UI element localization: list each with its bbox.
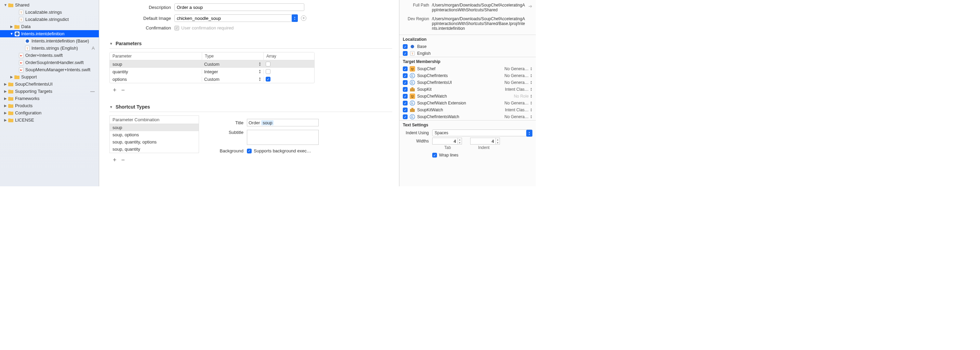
target-row[interactable]: ✓ E SoupChefIntentsUI No Genera…▲▼ [399, 79, 536, 86]
shortcut-types-section-header[interactable]: ▼Shortcut Types [110, 104, 392, 110]
nav-group[interactable]: ▶ Configuration [0, 109, 99, 117]
description-input[interactable] [174, 3, 304, 11]
nav-group[interactable]: ▶ Frameworks [0, 95, 99, 102]
subtitle-input[interactable] [247, 130, 319, 145]
target-row[interactable]: ✓ E SoupChefIntentsWatch No Genera…▲▼ [399, 113, 536, 120]
default-image-select[interactable] [174, 14, 298, 22]
table-row[interactable]: soup, options [110, 131, 199, 138]
localization-row[interactable]: ✓ Base [399, 43, 536, 50]
disclosure-triangle-icon[interactable]: ▶ [3, 89, 8, 93]
target-checkbox[interactable]: ✓ [403, 114, 407, 119]
nav-group[interactable]: ▶ Support [0, 73, 99, 80]
chevron-updown-icon[interactable] [526, 130, 532, 137]
target-role-select[interactable]: Intent Clas…▲▼ [505, 107, 532, 112]
disclosure-triangle-icon[interactable]: ▼ [110, 42, 113, 46]
add-image-button[interactable]: + [301, 15, 306, 21]
indent-width-input[interactable] [470, 137, 496, 144]
chevron-updown-icon[interactable] [292, 14, 298, 22]
title-input[interactable]: Order soup [247, 119, 319, 126]
target-role-select[interactable]: No Genera…▲▼ [504, 80, 532, 85]
parameters-section-header[interactable]: ▼Parameters [110, 41, 392, 46]
target-checkbox[interactable]: ✓ [403, 107, 407, 112]
localization-checkbox[interactable]: ✓ [403, 51, 407, 56]
param-type[interactable]: Integer▲▼ [202, 69, 264, 74]
target-checkbox[interactable]: ✓ [403, 80, 407, 85]
nav-file-intentdefinition[interactable]: ▼ Intents.intentdefinition [0, 30, 99, 37]
title-token[interactable]: soup [261, 120, 274, 125]
table-row[interactable]: soup Custom▲▼ [110, 60, 314, 68]
table-row[interactable]: quantity Integer▲▼ [110, 68, 314, 75]
nav-file[interactable]: T Localizable.stringsdict [0, 16, 99, 23]
array-checkbox[interactable]: ✓ [266, 77, 270, 82]
target-role-select[interactable]: No Genera…▲▼ [504, 101, 532, 105]
stepper-icon[interactable]: ▲▼ [458, 137, 462, 144]
target-checkbox[interactable]: ✓ [403, 73, 407, 78]
target-row[interactable]: ✓ SoupKitWatch Intent Clas…▲▼ [399, 107, 536, 113]
disclosure-triangle-icon[interactable]: ▶ [3, 118, 8, 122]
target-role-select[interactable]: No Role▲▼ [514, 94, 532, 99]
table-row[interactable]: options Custom▲▼ ✓ [110, 75, 314, 83]
param-type[interactable]: Custom▲▼ [202, 62, 264, 67]
nav-group[interactable]: ▶ Products [0, 102, 99, 109]
chevron-updown-icon[interactable]: ▲▼ [259, 69, 261, 74]
param-name[interactable]: soup [110, 62, 202, 67]
stepper-icon[interactable]: ▲▼ [496, 137, 500, 144]
localization-row[interactable]: ✓ T English [399, 50, 536, 57]
chevron-updown-icon[interactable]: ▲▼ [259, 62, 261, 66]
nav-group-shared[interactable]: ▼ Shared [0, 2, 99, 8]
nav-file[interactable]: T Intents.strings (English) A [0, 45, 99, 52]
wrap-lines-checkbox[interactable]: ✓ [432, 153, 437, 158]
nav-file[interactable]: SoupMenuManager+Intents.swift [0, 66, 99, 73]
table-row[interactable]: soup [110, 124, 199, 131]
nav-group[interactable]: ▶ SoupChefIntentsUI [0, 80, 99, 88]
add-combination-button[interactable]: + [113, 157, 116, 164]
array-checkbox[interactable] [266, 69, 270, 74]
confirmation-checkbox[interactable]: ✓ [174, 26, 179, 30]
disclosure-triangle-icon[interactable]: ▶ [3, 82, 8, 86]
target-row[interactable]: ✓ E SoupChefIntents No Genera…▲▼ [399, 72, 536, 79]
disclosure-triangle-icon[interactable]: ▼ [3, 3, 8, 7]
disclosure-triangle-icon[interactable]: ▼ [10, 32, 14, 36]
remove-parameter-button[interactable]: − [121, 87, 125, 94]
table-row[interactable]: soup, quantity [110, 145, 199, 153]
target-role-select[interactable]: Intent Clas…▲▼ [505, 87, 532, 92]
add-parameter-button[interactable]: + [113, 87, 116, 94]
localization-checkbox[interactable]: ✓ [403, 44, 407, 49]
target-row[interactable]: ✓ SoupKit Intent Clas…▲▼ [399, 86, 536, 93]
project-navigator[interactable]: ▼ Shared T Localizable.strings T Localiz… [0, 0, 99, 186]
target-checkbox[interactable]: ✓ [403, 87, 407, 92]
disclosure-triangle-icon[interactable]: ▶ [10, 25, 14, 29]
array-checkbox[interactable] [266, 62, 270, 66]
nav-file[interactable]: T Localizable.strings [0, 8, 99, 16]
target-role-select[interactable]: No Genera…▲▼ [504, 66, 532, 71]
param-name[interactable]: options [110, 77, 202, 82]
nav-group-data[interactable]: ▶ Data [0, 23, 99, 30]
target-row[interactable]: ✓ SoupChef No Genera…▲▼ [399, 66, 536, 72]
nav-group[interactable]: ▶ LICENSE [0, 117, 99, 124]
target-checkbox[interactable]: ✓ [403, 94, 407, 99]
nav-file[interactable]: Order+Intents.swift [0, 52, 99, 59]
nav-group[interactable]: ▶ Supporting Targets — [0, 88, 99, 95]
nav-file[interactable]: Intents.intentdefinition (Base) [0, 37, 99, 45]
target-role-select[interactable]: No Genera…▲▼ [504, 73, 532, 78]
chevron-updown-icon[interactable]: ▲▼ [259, 77, 261, 82]
table-row[interactable]: soup, quantity, options [110, 138, 199, 145]
target-row[interactable]: ✓ SoupChefWatch No Role▲▼ [399, 93, 536, 100]
param-name[interactable]: quantity [110, 69, 202, 74]
target-role-select[interactable]: No Genera…▲▼ [504, 114, 532, 119]
remove-combination-button[interactable]: − [121, 157, 125, 164]
target-checkbox[interactable]: ✓ [403, 101, 407, 105]
remove-icon[interactable]: — [90, 89, 95, 94]
target-checkbox[interactable]: ✓ [403, 66, 407, 71]
disclosure-triangle-icon[interactable]: ▶ [3, 104, 8, 107]
indent-using-select[interactable]: Spaces [432, 129, 532, 136]
nav-file[interactable]: OrderSoupIntentHandler.swift [0, 59, 99, 66]
reveal-arrow-icon[interactable]: ➔ [528, 3, 532, 9]
target-row[interactable]: ✓ E SoupChefWatch Extension No Genera…▲▼ [399, 100, 536, 107]
disclosure-triangle-icon[interactable]: ▶ [3, 97, 8, 100]
tab-width-input[interactable] [432, 137, 458, 144]
background-checkbox[interactable]: ✓ [247, 149, 252, 153]
disclosure-triangle-icon[interactable]: ▶ [3, 111, 8, 115]
disclosure-triangle-icon[interactable]: ▼ [110, 105, 113, 109]
disclosure-triangle-icon[interactable]: ▶ [10, 75, 14, 79]
